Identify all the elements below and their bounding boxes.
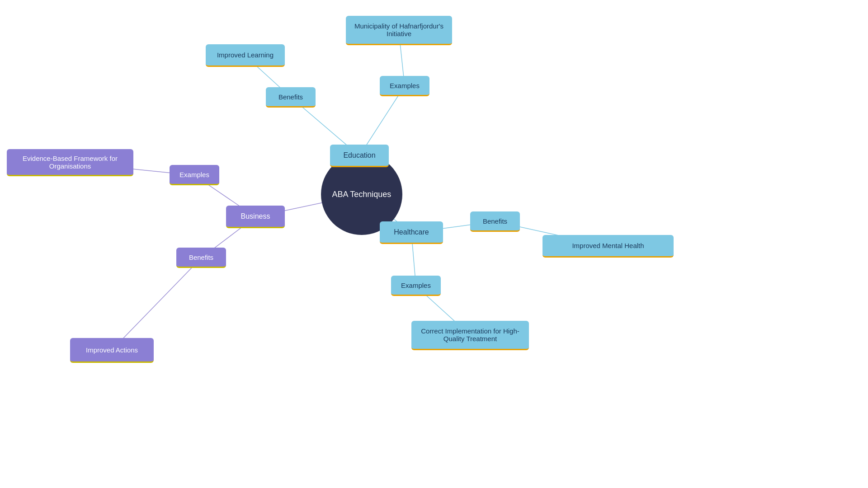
improved-learning-label: Improved Learning bbox=[217, 51, 274, 59]
municipality-node[interactable]: Municipality of Hafnarfjordur's Initiati… bbox=[346, 16, 452, 45]
correct-implementation-node[interactable]: Correct Implementation for High-Quality … bbox=[411, 321, 529, 350]
improved-mental-health-label: Improved Mental Health bbox=[572, 242, 644, 249]
evidence-label: Evidence-Based Framework for Organisatio… bbox=[14, 155, 126, 170]
examples-business-label: Examples bbox=[179, 171, 209, 178]
evidence-node[interactable]: Evidence-Based Framework for Organisatio… bbox=[7, 149, 133, 176]
improved-learning-node[interactable]: Improved Learning bbox=[206, 44, 285, 67]
benefits-education-label: Benefits bbox=[278, 93, 303, 101]
healthcare-label: Healthcare bbox=[394, 228, 429, 236]
municipality-label: Municipality of Hafnarfjordur's Initiati… bbox=[353, 22, 445, 38]
benefits-healthcare-node[interactable]: Benefits bbox=[470, 211, 520, 232]
examples-healthcare-label: Examples bbox=[401, 282, 431, 289]
business-node[interactable]: Business bbox=[226, 206, 285, 228]
examples-healthcare-node[interactable]: Examples bbox=[391, 276, 441, 296]
healthcare-node[interactable]: Healthcare bbox=[380, 221, 443, 244]
correct-implementation-label: Correct Implementation for High-Quality … bbox=[419, 327, 522, 343]
business-label: Business bbox=[241, 212, 270, 221]
improved-actions-node[interactable]: Improved Actions bbox=[70, 338, 154, 363]
examples-education-label: Examples bbox=[390, 82, 420, 89]
education-node[interactable]: Education bbox=[330, 145, 389, 167]
benefits-education-node[interactable]: Benefits bbox=[266, 87, 316, 108]
benefits-healthcare-label: Benefits bbox=[483, 217, 507, 225]
center-label: ABA Techniques bbox=[332, 190, 392, 199]
examples-education-node[interactable]: Examples bbox=[380, 76, 429, 96]
svg-line-9 bbox=[112, 258, 201, 350]
improved-mental-health-node[interactable]: Improved Mental Health bbox=[542, 235, 674, 258]
benefits-business-label: Benefits bbox=[189, 253, 213, 261]
examples-business-node[interactable]: Examples bbox=[170, 165, 219, 185]
improved-actions-label: Improved Actions bbox=[86, 346, 138, 354]
education-label: Education bbox=[343, 151, 375, 160]
benefits-business-node[interactable]: Benefits bbox=[176, 248, 226, 268]
